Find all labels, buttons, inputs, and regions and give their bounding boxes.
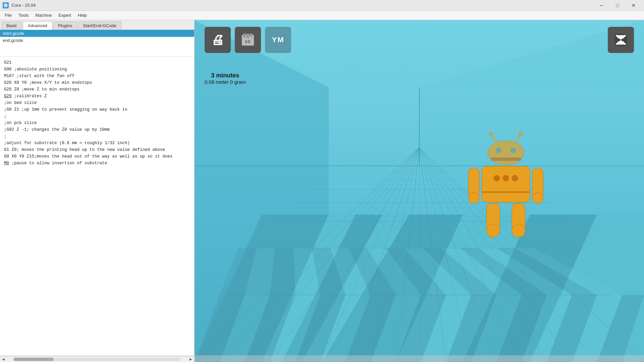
svg-rect-104 [247, 34, 249, 38]
print-info: 3 minutes 0.09 meter 0 gram [205, 72, 246, 85]
menu-tools[interactable]: Tools [15, 11, 32, 19]
gcode-line: M107 ;start with the fan off [4, 73, 190, 79]
svg-point-0 [4, 3, 8, 7]
gcode-line: ;G0 Z1 ;up 1mm to prevent snagging on wa… [4, 106, 190, 113]
titlebar-left: Cura - 15.04 [3, 2, 36, 8]
svg-point-93 [494, 175, 500, 181]
gcode-line: G29 ;calibrates Z [4, 93, 190, 100]
main-layout: Basic Advanced Plugins Start/End-GCode s… [0, 20, 644, 362]
svg-point-92 [512, 224, 525, 237]
menu-expert[interactable]: Expert [55, 11, 74, 19]
tab-advanced[interactable]: Advanced [23, 21, 52, 30]
layers-icon [613, 33, 628, 47]
app-title: Cura - 15.04 [11, 3, 36, 8]
menu-file[interactable]: File [1, 11, 15, 19]
svg-point-88 [532, 193, 543, 203]
gcode-line: ;adjust for substrate (0.8 mm = roughly … [4, 140, 190, 146]
viewport-toolbar: 🖨 SD YM [205, 27, 291, 53]
layers-button[interactable] [608, 27, 634, 53]
gcode-line: G0 X0 Y0 Z15;moves the head out of the w… [4, 153, 190, 160]
gcode-line: G28 Z0 ;move Z to min endstops [4, 86, 190, 93]
print-time: 3 minutes [205, 72, 246, 79]
menubar: File Tools Machine Expert Help [0, 11, 644, 20]
horizontal-scrollbar[interactable]: ◀ ▶ [0, 356, 194, 362]
svg-point-90 [486, 224, 500, 237]
svg-point-95 [512, 175, 518, 181]
gcode-line: ;G92 Z -1; changes the Z0 value up by 10… [4, 126, 190, 133]
sd-icon: SD [240, 32, 255, 48]
app-icon [3, 2, 9, 8]
gcode-line: G28 X0 Y0 ;move X/Y to min endstops [4, 79, 190, 86]
ym-label: YM [272, 36, 284, 44]
print-button[interactable]: 🖨 [205, 27, 231, 53]
svg-rect-101 [195, 355, 644, 362]
svg-rect-83 [482, 166, 530, 202]
tab-bar: Basic Advanced Plugins Start/End-GCode [0, 20, 194, 30]
file-item-end[interactable]: end.gcode [0, 37, 194, 44]
scrollbar-track [13, 358, 181, 361]
svg-point-94 [503, 175, 509, 181]
ym-button[interactable]: YM [265, 27, 291, 53]
svg-point-86 [468, 193, 479, 203]
titlebar: Cura - 15.04 ─ □ ✕ [0, 0, 644, 11]
sd-button[interactable]: SD [235, 27, 261, 53]
scrollbar-thumb[interactable] [13, 358, 54, 361]
tab-startend[interactable]: Start/End-GCode [78, 21, 121, 29]
close-button[interactable]: ✕ [626, 0, 641, 11]
svg-rect-105 [250, 34, 253, 37]
viewport-3d: 🖨 SD YM 3 minute [195, 20, 644, 362]
print-icon: 🖨 [211, 34, 224, 46]
print-material: 0.09 meter 0 gram [205, 79, 246, 85]
menu-machine[interactable]: Machine [32, 11, 55, 19]
maximize-button[interactable]: □ [610, 0, 625, 11]
gcode-line: G1 Z0; moves the printing head up to the… [4, 146, 190, 153]
scroll-right-arrow[interactable]: ▶ [187, 356, 194, 362]
tab-basic[interactable]: Basic [1, 21, 22, 29]
gcode-line: ;on pcb slice [4, 120, 190, 126]
left-panel: Basic Advanced Plugins Start/End-GCode s… [0, 20, 195, 362]
gcode-line: ;on bed slice [4, 100, 190, 106]
floor-svg [195, 20, 644, 362]
file-list: start.gcode end.gcode [0, 30, 194, 57]
tab-plugins[interactable]: Plugins [53, 21, 77, 29]
menu-help[interactable]: Help [74, 11, 90, 19]
minimize-button[interactable]: ─ [594, 0, 609, 11]
gcode-editor[interactable]: G21G90 ;absolute positioningM107 ;start … [0, 57, 194, 356]
scroll-left-arrow[interactable]: ◀ [0, 356, 7, 362]
gcode-line: ; [4, 113, 190, 120]
gcode-line: G21 [4, 59, 190, 66]
gcode-line: ; [4, 133, 190, 140]
svg-text:SD: SD [245, 40, 251, 44]
file-item-start[interactable]: start.gcode [0, 30, 194, 37]
gcode-line: M0 ;pause to allow insertion of substrat… [4, 160, 190, 167]
gcode-line: G90 ;absolute positioning [4, 66, 190, 73]
svg-rect-103 [243, 34, 246, 38]
titlebar-controls: ─ □ ✕ [594, 0, 641, 11]
